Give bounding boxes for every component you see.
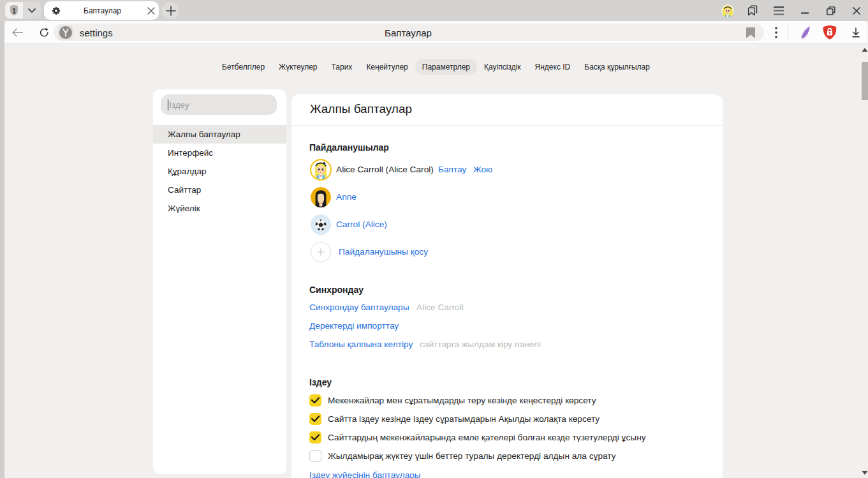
svg-text:1: 1 <box>12 7 16 15</box>
